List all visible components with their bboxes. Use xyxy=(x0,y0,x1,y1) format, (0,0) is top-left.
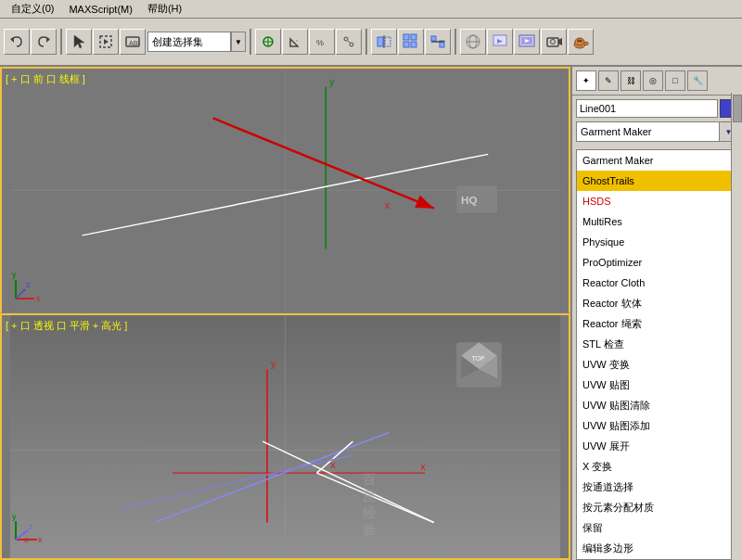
snap-toggle[interactable] xyxy=(255,29,281,55)
dropdown-item-7[interactable]: Reactor 软体 xyxy=(577,293,737,313)
bottom-viewport-scene: y x x T xyxy=(2,315,569,559)
svg-rect-21 xyxy=(411,42,416,47)
svg-text:x: x xyxy=(38,535,43,544)
panel-tab-hierarchy[interactable]: ⛓ xyxy=(620,70,641,91)
create-selection-arrow[interactable]: ▼ xyxy=(231,32,246,52)
dropdown-item-16[interactable]: 按通道选择 xyxy=(577,477,737,497)
dropdown-item-0[interactable]: Garment Maker xyxy=(577,150,737,171)
transform-group: ° % xyxy=(255,29,362,55)
svg-marker-2 xyxy=(74,35,84,48)
scrollbar-thumb[interactable] xyxy=(733,95,742,122)
svg-rect-22 xyxy=(431,36,436,41)
svg-text:y: y xyxy=(12,512,17,521)
dropdown-item-18[interactable]: 保留 xyxy=(577,517,737,538)
svg-rect-20 xyxy=(403,42,409,47)
dropdown-item-10[interactable]: UVW 变换 xyxy=(577,354,737,375)
svg-text:z: z xyxy=(26,280,31,289)
quick-render[interactable] xyxy=(514,29,540,55)
render-scene[interactable] xyxy=(487,29,513,55)
dropdown-item-12[interactable]: UVW 贴图清除 xyxy=(577,395,737,415)
svg-text:x: x xyxy=(384,198,390,210)
sep3 xyxy=(365,29,367,55)
edit-group xyxy=(371,29,451,55)
spinner-snap[interactable] xyxy=(336,29,362,55)
dropdown-item-4[interactable]: Physique xyxy=(577,232,737,252)
angle-snap[interactable]: ° xyxy=(282,29,308,55)
array-tool[interactable] xyxy=(398,29,424,55)
scrollbar[interactable] xyxy=(731,93,742,560)
create-selection-label: 创建选择集 xyxy=(152,35,203,49)
object-name-input[interactable] xyxy=(576,99,718,118)
svg-rect-18 xyxy=(403,34,409,40)
right-panel-tabs: ✦ ✎ ⛓ ◎ □ 🔧 xyxy=(572,67,742,95)
modifier-value: Garment Maker xyxy=(581,126,651,137)
bottom-viewport[interactable]: [ + 口 透视 口 平滑 + 高光 ] xyxy=(0,313,570,561)
panel-tab-utilities[interactable]: 🔧 xyxy=(687,70,708,91)
undo-redo-group xyxy=(4,29,57,55)
menu-customize[interactable]: 自定义(0) xyxy=(4,0,61,18)
svg-marker-4 xyxy=(104,39,109,45)
dropdown-item-11[interactable]: UVW 贴图 xyxy=(577,375,737,395)
redo-button[interactable] xyxy=(31,29,57,55)
dropdown-item-2[interactable]: HSDS xyxy=(577,191,737,211)
svg-point-38 xyxy=(577,40,582,43)
camera-view[interactable] xyxy=(541,29,567,55)
name-field-area: Garment Maker ▼ xyxy=(572,95,742,149)
menu-maxscript[interactable]: MAXScript(M) xyxy=(61,2,139,17)
svg-rect-15 xyxy=(377,37,383,46)
panel-tab-display[interactable]: □ xyxy=(665,70,685,91)
dropdown-item-9[interactable]: STL 检查 xyxy=(577,334,737,354)
dropdown-item-13[interactable]: UVW 贴图添加 xyxy=(577,415,737,436)
select-region-tool[interactable] xyxy=(93,29,119,55)
svg-text:x: x xyxy=(420,461,426,472)
material-editor[interactable] xyxy=(460,29,486,55)
top-viewport[interactable]: [ + 口 前 口 线框 ] y x xyxy=(0,67,570,313)
select-tool[interactable] xyxy=(66,29,92,55)
svg-marker-1 xyxy=(46,37,50,43)
right-panel: ✦ ✎ ⛓ ◎ □ 🔧 Garment Maker ▼ Garment Make… xyxy=(570,67,742,560)
panel-tab-motion[interactable]: ◎ xyxy=(643,70,663,91)
sep4 xyxy=(454,29,456,55)
undo-button[interactable] xyxy=(4,29,30,55)
top-viewport-axis: x y z xyxy=(11,266,48,303)
svg-text:ABC: ABC xyxy=(129,40,140,46)
modifier-dropdown-row: Garment Maker ▼ xyxy=(576,121,738,142)
dropdown-item-17[interactable]: 按元素分配材质 xyxy=(577,497,737,517)
svg-line-54 xyxy=(16,289,25,299)
modifier-list[interactable]: Garment MakerGhostTrailsHSDSMultiResPhys… xyxy=(576,149,738,560)
modifier-dropdown[interactable]: Garment Maker xyxy=(576,121,720,142)
menu-bar: 自定义(0) MAXScript(M) 帮助(H) xyxy=(0,0,742,19)
dropdown-item-8[interactable]: Reactor 绳索 xyxy=(577,313,737,334)
create-selection-group: 创建选择集 ▼ xyxy=(147,32,246,52)
dropdown-item-19[interactable]: 编辑多边形 xyxy=(577,538,737,558)
mirror-tool[interactable] xyxy=(371,29,397,55)
menu-help[interactable]: 帮助(H) xyxy=(140,0,189,18)
name-row xyxy=(576,99,738,118)
sep1 xyxy=(60,29,62,55)
dropdown-item-15[interactable]: X 变换 xyxy=(577,456,737,477)
render-group xyxy=(460,29,594,55)
dropdown-item-1[interactable]: GhostTrails xyxy=(577,171,737,191)
dropdown-item-3[interactable]: MultiRes xyxy=(577,211,737,232)
dropdown-item-6[interactable]: Reactor Cloth xyxy=(577,273,737,293)
teapot-tool[interactable] xyxy=(568,29,594,55)
dropdown-item-5[interactable]: ProOptimizer xyxy=(577,252,737,273)
panel-tab-modify[interactable]: ✎ xyxy=(598,70,619,91)
svg-text:y: y xyxy=(329,76,335,87)
svg-point-12 xyxy=(344,37,348,41)
svg-rect-19 xyxy=(411,34,416,40)
dropdown-item-14[interactable]: UVW 展开 xyxy=(577,436,737,456)
create-selection-dropdown[interactable]: 创建选择集 xyxy=(147,32,231,52)
percent-snap[interactable]: % xyxy=(309,29,335,55)
svg-text:%: % xyxy=(316,38,324,47)
svg-text:z: z xyxy=(29,522,33,531)
top-viewport-scene: y x HQ xyxy=(2,69,569,312)
align-tool[interactable] xyxy=(425,29,451,55)
main-area: [ + 口 前 口 线框 ] y x xyxy=(0,67,742,560)
panel-tab-create[interactable]: ✦ xyxy=(576,70,596,91)
svg-point-13 xyxy=(350,43,353,46)
bottom-viewport-axis: x y z x xyxy=(11,512,48,549)
svg-text:y: y xyxy=(12,270,17,279)
svg-marker-0 xyxy=(10,37,14,43)
select-by-name-tool[interactable]: ABC xyxy=(120,29,146,55)
